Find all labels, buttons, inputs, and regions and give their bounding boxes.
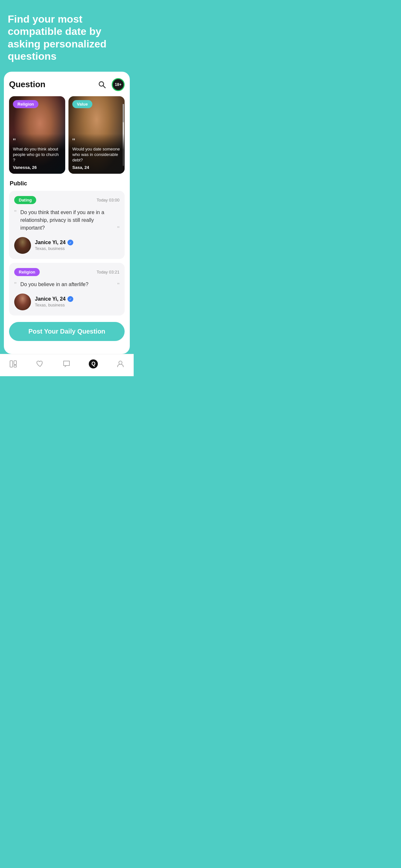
svg-point-5	[119, 361, 122, 364]
header-actions: 18+	[96, 78, 125, 91]
profile-icon	[116, 360, 125, 368]
question-author-1: Sasa, 24	[72, 165, 121, 170]
author-avatar-0	[14, 237, 31, 254]
verified-icon-0: ✓	[67, 240, 73, 245]
public-section: Public Dating Today 03:00 " Do you think…	[9, 180, 125, 354]
svg-rect-3	[14, 361, 17, 365]
questions-icon: Q	[89, 360, 98, 368]
pq-body-0: " Do you think that even if you are in a…	[14, 209, 120, 232]
nav-likes[interactable]	[32, 359, 48, 369]
author-name-0: Janice Yi, 24	[35, 240, 66, 245]
nav-questions[interactable]: Q	[85, 358, 102, 370]
category-pill-0: Religion	[13, 100, 38, 108]
hero-title: Find your most compatible date by asking…	[8, 13, 126, 63]
author-name-1: Janice Yi, 24	[35, 296, 66, 302]
hero-section: Find your most compatible date by asking…	[0, 0, 134, 72]
pq-header-1: Religion Today 03:21	[14, 268, 120, 276]
quote-mark-1: "	[72, 137, 121, 145]
author-name-row-1: Janice Yi, 24 ✓	[35, 296, 120, 302]
nav-feed[interactable]	[5, 359, 21, 369]
bottom-nav: Q	[0, 354, 134, 376]
quote-left-1: "	[14, 281, 17, 288]
category-pill-1: Value	[72, 100, 92, 108]
author-location-1: Texas, business	[35, 303, 120, 307]
nav-messages[interactable]	[58, 359, 74, 369]
pq-header-0: Dating Today 03:00	[14, 196, 120, 204]
featured-cards-row: Religion " What do you think about peopl…	[9, 96, 125, 174]
featured-card-0[interactable]: Religion " What do you think about peopl…	[9, 96, 65, 174]
pq-body-1: " Do you believe in an afterlife? "	[14, 281, 120, 288]
question-author-0: Vanessa, 26	[13, 165, 61, 170]
featured-cards-wrapper: Religion " What do you think about peopl…	[9, 96, 125, 174]
age-badge[interactable]: 18+	[112, 78, 125, 91]
public-section-label: Public	[9, 180, 125, 187]
card-content-0: " What do you think about people who go …	[9, 134, 65, 174]
quote-mark-0: "	[13, 137, 61, 145]
post-daily-question-button[interactable]: Post Your Daily Question	[9, 322, 125, 341]
avatar-img-1	[14, 293, 31, 310]
pq-author-row-1: Janice Yi, 24 ✓ Texas, business	[14, 293, 120, 310]
author-info-1: Janice Yi, 24 ✓ Texas, business	[35, 296, 120, 307]
pq-time-1: Today 03:21	[96, 270, 120, 275]
card-header: Question 18+	[9, 78, 125, 91]
pq-text-1: Do you believe in an afterlife?	[18, 281, 116, 288]
quote-right-1: "	[117, 282, 120, 288]
public-question-card-0[interactable]: Dating Today 03:00 " Do you think that e…	[9, 191, 125, 259]
author-avatar-1	[14, 293, 31, 310]
svg-line-1	[103, 86, 105, 88]
pq-time-0: Today 03:00	[96, 197, 120, 203]
author-info-0: Janice Yi, 24 ✓ Texas, business	[35, 240, 120, 251]
quote-left-0: "	[14, 209, 17, 216]
svg-rect-2	[10, 361, 12, 367]
pq-author-row-0: Janice Yi, 24 ✓ Texas, business	[14, 237, 120, 254]
pq-category-1: Religion	[14, 268, 40, 276]
verified-icon-1: ✓	[67, 296, 73, 302]
avatar-img-0	[14, 237, 31, 254]
nav-profile[interactable]	[112, 359, 128, 369]
author-name-row-0: Janice Yi, 24 ✓	[35, 240, 120, 245]
card-title: Question	[9, 80, 45, 89]
pq-category-0: Dating	[14, 196, 36, 204]
svg-rect-4	[14, 365, 17, 367]
question-text-1: Would you date someone who was in consid…	[72, 147, 121, 163]
search-button[interactable]	[96, 79, 108, 90]
featured-card-1[interactable]: Value " Would you date someone who was i…	[68, 96, 125, 174]
scroll-thumb	[123, 104, 124, 123]
pq-text-0: Do you think that even if you are in a r…	[18, 209, 116, 232]
quote-right-0: "	[117, 225, 120, 232]
public-question-card-1[interactable]: Religion Today 03:21 " Do you believe in…	[9, 263, 125, 315]
question-text-0: What do you think about people who go to…	[13, 147, 61, 163]
main-card: Question 18+ Religion " What do you	[4, 72, 130, 354]
feed-icon	[9, 360, 18, 368]
author-location-0: Texas, business	[35, 246, 120, 251]
card-content-1: " Would you date someone who was in cons…	[68, 134, 125, 174]
heart-icon	[36, 360, 44, 368]
chat-icon	[62, 360, 71, 368]
search-icon	[98, 81, 106, 89]
